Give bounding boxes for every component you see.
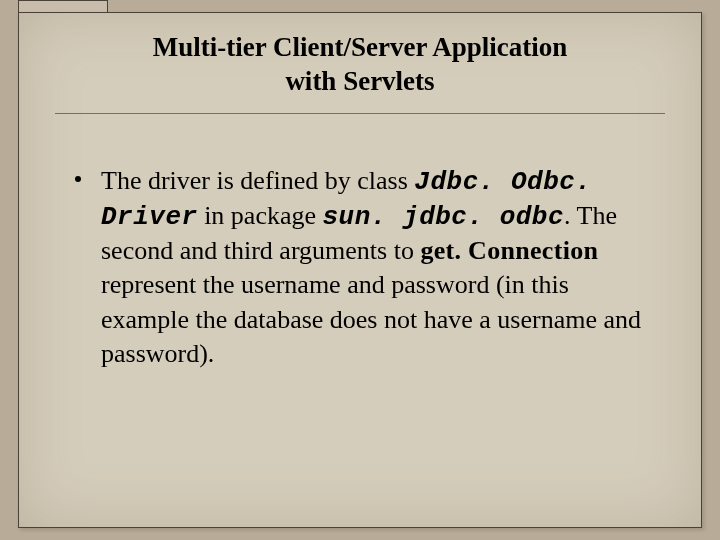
slide-title: Multi-tier Client/Server Application wit… xyxy=(19,13,701,113)
title-line-1: Multi-tier Client/Server Application xyxy=(153,32,567,62)
title-line-2: with Servlets xyxy=(285,66,434,96)
folder-tab xyxy=(18,0,108,12)
code-package: sun. jdbc. odbc xyxy=(323,202,565,232)
bullet-item: The driver is defined by class Jdbc. Odb… xyxy=(101,164,641,372)
code-method: get. Connection xyxy=(420,236,598,265)
body-text-4: represent the username and password (in … xyxy=(101,270,641,368)
body-text-1: The driver is defined by class xyxy=(101,166,414,195)
bullet-icon xyxy=(75,176,81,182)
slide-body: The driver is defined by class Jdbc. Odb… xyxy=(19,114,701,372)
slide-card: Multi-tier Client/Server Application wit… xyxy=(18,12,702,528)
body-text-2: in package xyxy=(198,201,323,230)
